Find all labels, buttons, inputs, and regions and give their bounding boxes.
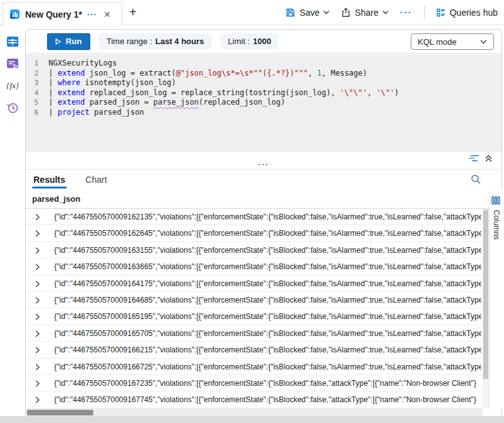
page-bottom-scrollbar[interactable] (0, 416, 504, 423)
editor-line: 6| project parsed_json (26, 108, 501, 118)
table-row[interactable]: {"id":"4467550570009166725","violations"… (26, 359, 483, 375)
share-chevron-down-icon (382, 10, 389, 14)
editor-line: 5| extend parsed_json = parse_json(repla… (26, 98, 501, 108)
time-range-label: Time range : (106, 37, 152, 46)
pane-splitter-handle[interactable]: ... (258, 159, 269, 166)
row-json-text: {"id":"4467550570009167235","violations"… (54, 375, 481, 391)
limit-picker[interactable]: Limit : 1000 (220, 33, 279, 50)
columns-panel-label: Columns (492, 210, 501, 240)
top-tab-bar: New Query 1* ··· ✕ + Save Share ··· (0, 0, 504, 25)
row-json-text: {"id":"4467550570009162135","violations"… (54, 209, 481, 224)
format-lines-icon[interactable] (469, 154, 479, 163)
query-tab-title: New Query 1* (25, 9, 82, 20)
limit-value: 1000 (253, 37, 271, 46)
query-toolbar: Run Time range : Last 4 hours Limit : 10… (26, 30, 501, 54)
row-expand-chevron-icon[interactable] (35, 364, 40, 371)
functions-icon[interactable]: {fx} (5, 78, 20, 93)
table-row[interactable]: {"id":"4467550570009162645","violations"… (26, 225, 483, 241)
code-text: | where isnotempty(json_log) (49, 78, 176, 88)
connections-table-icon[interactable] (5, 34, 20, 49)
run-button[interactable]: Run (47, 33, 90, 50)
line-number: 1 (26, 59, 49, 69)
left-sidebar: {fx} (0, 25, 25, 416)
vertical-scrollbar[interactable] (483, 209, 489, 409)
line-number: 4 (26, 88, 49, 98)
actions-divider (424, 6, 425, 20)
row-expand-chevron-icon[interactable] (35, 313, 40, 320)
row-expand-chevron-icon[interactable] (35, 347, 40, 354)
code-text: | extend json_log = extract(@"json_log\s… (49, 69, 367, 79)
row-expand-chevron-icon[interactable] (35, 247, 40, 254)
play-icon (55, 38, 61, 45)
kql-mode-value: KQL mode (418, 37, 457, 47)
code-text: | extend replaced_json_log = replace_str… (49, 88, 399, 98)
query-tab[interactable]: New Query 1* ··· ✕ (3, 2, 122, 26)
horizontal-scrollbar-thumb[interactable] (27, 410, 93, 415)
queries-hub-button[interactable]: Queries hub (436, 8, 498, 18)
row-json-text: {"id":"4467550570009166215","violations"… (54, 342, 481, 357)
editor-line: 4| extend replaced_json_log = replace_st… (26, 88, 501, 98)
columns-panel-toggle[interactable]: Columns (489, 190, 502, 409)
row-expand-chevron-icon[interactable] (35, 230, 40, 237)
save-label: Save (299, 8, 319, 18)
row-expand-chevron-icon[interactable] (35, 264, 40, 270)
share-button[interactable]: Share (341, 8, 388, 18)
row-expand-chevron-icon[interactable] (35, 330, 40, 337)
table-row[interactable]: {"id":"4467550570009162135","violations"… (26, 209, 483, 225)
code-text: NGXSecurityLogs (49, 59, 117, 69)
table-row[interactable]: {"id":"4467550570009166215","violations"… (26, 342, 483, 358)
row-json-text: {"id":"4467550570009164175","violations"… (54, 275, 481, 291)
editor-footer: ... (26, 152, 501, 170)
row-expand-chevron-icon[interactable] (35, 281, 40, 287)
kql-mode-select[interactable]: KQL mode (411, 33, 494, 50)
row-json-text: {"id":"4467550570009165195","violations"… (54, 308, 481, 324)
row-json-text: {"id":"4467550570009166725","violations"… (54, 359, 481, 374)
top-actions: Save Share ··· Queries hub (285, 0, 498, 25)
row-expand-chevron-icon[interactable] (35, 297, 40, 304)
table-row[interactable]: {"id":"4467550570009167745","violations"… (26, 391, 483, 408)
row-json-text: {"id":"4467550570009165705","violations"… (54, 325, 481, 341)
save-button[interactable]: Save (285, 8, 329, 18)
table-row[interactable]: {"id":"4467550570009163155","violations"… (26, 242, 483, 258)
saved-queries-icon[interactable] (5, 56, 20, 71)
query-panel: Run Time range : Last 4 hours Limit : 10… (25, 29, 502, 423)
line-number: 5 (26, 98, 49, 108)
query-app-icon (9, 9, 20, 20)
new-tab-button[interactable]: + (129, 5, 137, 20)
queries-hub-icon (436, 8, 446, 18)
table-row[interactable]: {"id":"4467550570009165195","violations"… (26, 308, 483, 325)
table-row[interactable]: {"id":"4467550570009165705","violations"… (26, 325, 483, 342)
search-icon[interactable] (471, 174, 481, 185)
table-row[interactable]: {"id":"4467550570009167235","violations"… (26, 375, 483, 391)
kql-editor[interactable]: 1NGXSecurityLogs2| extend json_log = ext… (26, 54, 501, 152)
kql-mode-chevron-down-icon (480, 40, 487, 44)
column-header-parsed-json[interactable]: parsed_json (26, 190, 489, 209)
editor-line: 1NGXSecurityLogs (26, 59, 501, 69)
query-history-icon[interactable] (5, 100, 20, 115)
tab-more-icon[interactable]: ··· (87, 9, 97, 19)
line-number: 3 (26, 78, 49, 88)
more-commands-button[interactable]: ··· (400, 8, 413, 18)
table-row[interactable]: {"id":"4467550570009164175","violations"… (26, 275, 483, 292)
tab-chart[interactable]: Chart (84, 170, 108, 190)
share-label: Share (355, 8, 378, 18)
tab-results[interactable]: Results (32, 170, 67, 190)
results-grid: {"id":"4467550570009162135","violations"… (26, 209, 483, 409)
table-row[interactable]: {"id":"4467550570009164685","violations"… (26, 292, 483, 308)
table-row[interactable]: {"id":"4467550570009163665","violations"… (26, 258, 483, 275)
tab-close-icon[interactable]: ✕ (102, 9, 112, 20)
time-range-picker[interactable]: Time range : Last 4 hours (99, 33, 212, 50)
row-expand-chevron-icon[interactable] (35, 214, 40, 221)
row-expand-chevron-icon[interactable] (35, 397, 40, 403)
run-label: Run (66, 37, 81, 46)
line-number: 6 (26, 108, 49, 118)
time-range-value: Last 4 hours (156, 37, 204, 46)
row-expand-chevron-icon[interactable] (35, 380, 40, 387)
results-tab-bar: Results Chart (26, 170, 501, 190)
vertical-scrollbar-thumb[interactable] (483, 210, 488, 379)
limit-label: Limit : (228, 37, 250, 46)
editor-line: 3| where isnotempty(json_log) (26, 78, 501, 88)
row-json-text: {"id":"4467550570009167745","violations"… (54, 391, 481, 407)
collapse-editor-double-chevron-up-icon[interactable] (484, 154, 493, 163)
code-text: | project parsed_json (49, 108, 144, 118)
